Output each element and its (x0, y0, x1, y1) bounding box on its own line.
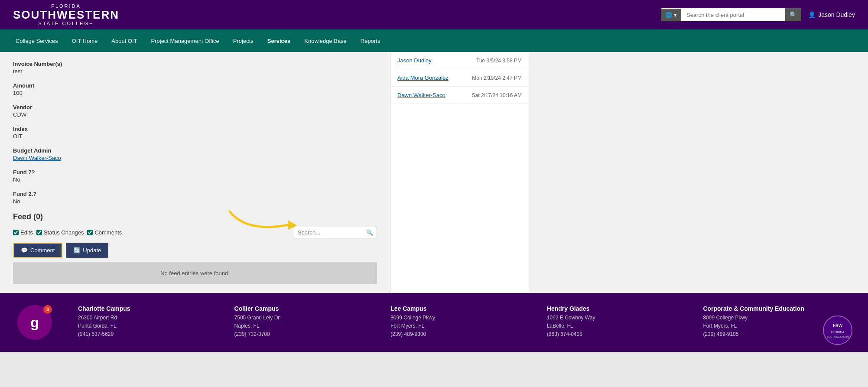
budget-admin-field: Budget Admin Dawn Walker-Saco (13, 147, 377, 161)
update-button[interactable]: 🔄 Update (66, 243, 108, 258)
no-feed-message: No feed entries were found. (13, 262, 377, 284)
svg-text:FLORIDA: FLORIDA (831, 331, 845, 334)
logo: FLORIDA SOUTHWESTERN STATE COLLEGE (13, 3, 119, 26)
footer-campus-name-hendry: Hendry Glades (547, 305, 686, 312)
footer-campus-name-collier: Collier Campus (234, 305, 374, 312)
footer-campus-name-corporate: Corporate & Community Education (703, 305, 842, 312)
right-panel: Jason Dudley Tue 3/5/24 3:58 PM Aida Mor… (390, 52, 529, 293)
feed-title: Feed (0) (13, 212, 377, 221)
logo-line3: STATE COLLEGE (13, 21, 119, 26)
footer-phone-hendry: (863) 674-0408 (547, 330, 686, 338)
logo-text: FLORIDA SOUTHWESTERN STATE COLLEGE (13, 3, 119, 26)
footer-badge: 3 (43, 305, 52, 314)
globe-button[interactable]: 🌐 ▾ (661, 9, 681, 21)
user-area: 👤 Jason Dudley (808, 11, 855, 18)
search-button[interactable]: 🔍 (785, 8, 801, 21)
logo-line1: FLORIDA (13, 3, 119, 9)
comment-icon: 💬 (21, 247, 28, 254)
footer-campus-charlotte: Charlotte Campus 26300 Airport Rd Punta … (69, 305, 226, 339)
footer-address2-charlotte: Punta Gorda, FL (78, 322, 217, 330)
nav-knowledge-base[interactable]: Knowledge Base (297, 29, 354, 52)
footer-campus-hendry: Hendry Glades 1092 E Cowboy Way LaBelle,… (538, 305, 695, 339)
logo-line2: SOUTHWESTERN (13, 9, 119, 21)
fsw-svg-logo: FSW FLORIDA SOUTHWESTERN (822, 315, 853, 345)
footer-address2-hendry: LaBelle, FL (547, 322, 686, 330)
footer-phone-collier: (239) 732-3700 (234, 330, 374, 338)
footer-fsw-logo: FSW FLORIDA SOUTHWESTERN (820, 313, 855, 348)
user-icon: 👤 (808, 11, 816, 18)
comment-button[interactable]: 💬 Comment (13, 243, 62, 258)
nav-services[interactable]: Services (260, 29, 298, 52)
footer-campus-collier: Collier Campus 7505 Grand Lely Dr Naples… (226, 305, 382, 339)
nav-projects[interactable]: Projects (226, 29, 260, 52)
activity-time-2: Mon 2/19/24 2:47 PM (472, 75, 522, 81)
edits-label: Edits (20, 229, 33, 236)
status-changes-checkbox[interactable] (36, 230, 42, 235)
invoice-number-field: Invoice Number(s) test (13, 61, 377, 75)
search-icon: 🔍 (790, 11, 797, 18)
nav-about-oit[interactable]: About OIT (104, 29, 144, 52)
footer-logo-letter: g (30, 315, 39, 331)
comment-label: Comment (30, 247, 55, 254)
svg-text:SOUTHWESTERN: SOUTHWESTERN (827, 335, 849, 338)
amount-label: Amount (13, 82, 377, 89)
invoice-number-value: test (13, 68, 377, 75)
invoice-number-label: Invoice Number(s) (13, 61, 377, 67)
budget-admin-value[interactable]: Dawn Walker-Saco (13, 155, 377, 161)
vendor-field: Vendor CDW (13, 104, 377, 118)
activity-time-1: Tue 3/5/24 3:58 PM (476, 58, 522, 64)
search-bar: 🌐 ▾ 🔍 (661, 8, 801, 21)
activity-row-1: Jason Dudley Tue 3/5/24 3:58 PM (390, 52, 529, 69)
fund7-value: No (13, 176, 377, 183)
footer-campus-lee: Lee Campus 8099 College Pkwy Fort Myers,… (382, 305, 538, 339)
budget-admin-label: Budget Admin (13, 147, 377, 154)
fund2-label: Fund 2.? (13, 191, 377, 197)
footer-phone-lee: (239) 489-9300 (390, 330, 530, 338)
nav-reports[interactable]: Reports (354, 29, 387, 52)
nav-college-services[interactable]: College Services (9, 29, 65, 52)
vendor-value: CDW (13, 111, 377, 118)
nav-project-management[interactable]: Project Management Office (144, 29, 226, 52)
amount-value: 100 (13, 90, 377, 96)
feed-search: 🔍 (293, 227, 377, 238)
footer-address1-charlotte: 26300 Airport Rd (78, 314, 217, 322)
footer-address2-lee: Fort Myers, FL (390, 322, 530, 330)
index-value: OIT (13, 133, 377, 140)
footer-address1-collier: 7505 Grand Lely Dr (234, 314, 374, 322)
footer-address1-hendry: 1092 E Cowboy Way (547, 314, 686, 322)
fund7-label: Fund 7? (13, 169, 377, 176)
edits-checkbox[interactable] (13, 230, 19, 235)
main-nav: College Services OIT Home About OIT Proj… (0, 29, 868, 52)
comments-checkbox-label[interactable]: Comments (87, 229, 122, 236)
feed-actions: Edits Status Changes Comments 🔍 (13, 227, 377, 238)
amount-field: Amount 100 (13, 82, 377, 96)
fund7-field: Fund 7? No (13, 169, 377, 183)
header-right: 🌐 ▾ 🔍 👤 Jason Dudley (661, 8, 855, 21)
footer-phone-charlotte: (941) 637-5629 (78, 330, 217, 338)
user-name: Jason Dudley (818, 11, 855, 18)
status-changes-label: Status Changes (44, 229, 84, 236)
index-label: Index (13, 126, 377, 132)
activity-name-3[interactable]: Dawn Walker-Saco (397, 92, 445, 98)
main-content: Invoice Number(s) test Amount 100 Vendor… (0, 52, 868, 293)
footer-campus-name-charlotte: Charlotte Campus (78, 305, 217, 312)
activity-name-2[interactable]: Aida Mora Gonzalez (397, 75, 449, 81)
nav-oit-home[interactable]: OIT Home (65, 29, 105, 52)
fund2-value: No (13, 198, 377, 205)
footer-logo: g 3 (17, 305, 52, 340)
svg-point-1 (823, 316, 852, 345)
search-input[interactable] (681, 9, 785, 21)
left-panel: Invoice Number(s) test Amount 100 Vendor… (0, 52, 390, 293)
status-changes-checkbox-label[interactable]: Status Changes (36, 229, 84, 236)
feed-search-input[interactable] (293, 227, 363, 238)
update-icon: 🔄 (73, 247, 80, 254)
edits-checkbox-label[interactable]: Edits (13, 229, 33, 236)
vendor-label: Vendor (13, 104, 377, 111)
feed-search-button[interactable]: 🔍 (363, 227, 377, 238)
comments-checkbox[interactable] (87, 230, 93, 235)
footer-address2-collier: Naples, FL (234, 322, 374, 330)
activity-name-1[interactable]: Jason Dudley (397, 57, 432, 64)
footer-address1-lee: 8099 College Pkwy (390, 314, 530, 322)
index-field: Index OIT (13, 126, 377, 140)
footer-campus-name-lee: Lee Campus (390, 305, 530, 312)
